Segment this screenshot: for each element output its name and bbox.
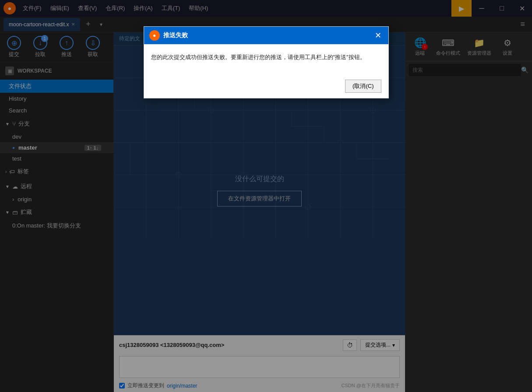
modal-body: 您的此次提交成功但推送失败。要重新进行您的推送，请使用工具栏上的"推送"按钮。 bbox=[144, 44, 388, 76]
modal-close-button[interactable]: ✕ bbox=[373, 31, 383, 40]
modal-body-text: 您的此次提交成功但推送失败。要重新进行您的推送，请使用工具栏上的"推送"按钮。 bbox=[151, 53, 381, 62]
modal-logo: ● bbox=[149, 30, 160, 41]
modal-title: 推送失败 bbox=[163, 32, 188, 39]
push-failed-modal: ● 推送失败 ✕ 您的此次提交成功但推送失败。要重新进行您的推送，请使用工具栏上… bbox=[144, 26, 389, 98]
modal-overlay[interactable]: ● 推送失败 ✕ 您的此次提交成功但推送失败。要重新进行您的推送，请使用工具栏上… bbox=[0, 0, 532, 392]
modal-footer: (取消(C) bbox=[144, 76, 388, 98]
modal-cancel-button[interactable]: (取消(C) bbox=[345, 80, 381, 93]
modal-title-row: ● 推送失败 bbox=[149, 30, 188, 41]
modal-header: ● 推送失败 ✕ bbox=[144, 27, 388, 44]
